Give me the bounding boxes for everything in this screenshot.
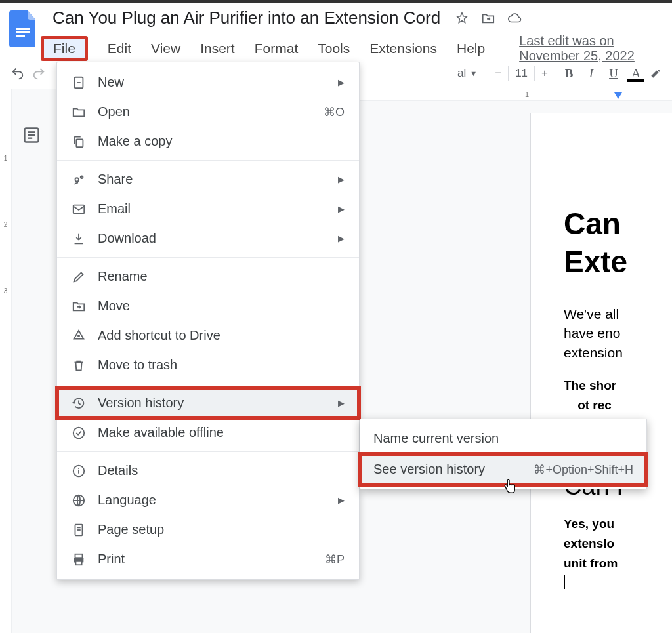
menu-edit[interactable]: Edit xyxy=(108,38,131,59)
submenu-arrow-icon: ▶ xyxy=(338,495,345,505)
email-icon xyxy=(72,202,86,216)
menu-insert[interactable]: Insert xyxy=(200,38,235,59)
menu-view[interactable]: View xyxy=(151,38,180,59)
paragraph-style-dropdown[interactable]: al ▼ xyxy=(452,64,482,83)
menu-item-page-setup[interactable]: Page setup xyxy=(57,515,359,544)
menu-item-add-shortcut[interactable]: Add shortcut to Drive xyxy=(57,321,359,350)
indent-marker-icon[interactable] xyxy=(614,92,622,99)
font-size-value[interactable]: 11 xyxy=(509,66,535,81)
drive-shortcut-icon xyxy=(72,329,86,343)
outline-panel xyxy=(12,89,51,633)
cloud-status-icon[interactable] xyxy=(507,11,522,26)
redo-icon[interactable] xyxy=(32,66,46,81)
menu-extensions[interactable]: Extensions xyxy=(369,38,437,59)
highlight-icon[interactable] xyxy=(650,68,662,79)
svg-point-13 xyxy=(74,427,85,438)
menu-separator xyxy=(57,384,359,384)
svg-rect-0 xyxy=(16,28,30,30)
history-icon xyxy=(72,396,86,411)
font-size-increase[interactable]: + xyxy=(535,66,555,81)
svg-rect-23 xyxy=(75,560,81,564)
pointer-cursor-icon xyxy=(502,479,516,496)
svg-point-10 xyxy=(75,178,79,182)
app-header: Can You Plug an Air Purifier into an Ext… xyxy=(0,3,672,58)
menu-separator xyxy=(57,451,359,452)
svg-rect-2 xyxy=(16,35,25,37)
menu-item-language[interactable]: Language ▶ xyxy=(57,485,359,515)
rename-icon xyxy=(72,270,86,284)
download-icon xyxy=(72,232,86,246)
shortcut-label: ⌘+Option+Shift+H xyxy=(534,462,633,477)
svg-point-16 xyxy=(78,468,79,469)
undo-icon[interactable] xyxy=(10,66,25,81)
menu-separator xyxy=(57,160,359,161)
svg-rect-1 xyxy=(16,31,30,33)
menu-item-details[interactable]: Details xyxy=(57,456,359,485)
docs-logo-icon xyxy=(9,10,38,47)
submenu-arrow-icon: ▶ xyxy=(338,174,345,184)
shortcut-label: ⌘O xyxy=(324,105,345,119)
file-dropdown-menu: New ▶ Open ⌘O Make a copy Share ▶ Email … xyxy=(56,62,360,580)
menu-item-email[interactable]: Email ▶ xyxy=(57,194,359,224)
menu-item-offline[interactable]: Make available offline xyxy=(57,418,359,447)
bold-button[interactable]: B xyxy=(560,66,578,81)
menu-item-print[interactable]: Print ⌘P xyxy=(57,544,359,574)
offline-icon xyxy=(72,426,86,440)
menu-item-open[interactable]: Open ⌘O xyxy=(57,97,359,127)
menu-item-move[interactable]: Move xyxy=(57,291,359,321)
font-size-decrease[interactable]: − xyxy=(488,66,509,81)
last-edit-link[interactable]: Last edit was on November 25, 2022 xyxy=(519,33,663,64)
copy-icon xyxy=(72,134,86,149)
svg-rect-21 xyxy=(75,554,83,558)
menu-item-share[interactable]: Share ▶ xyxy=(57,165,359,194)
underline-button[interactable]: U xyxy=(605,66,622,81)
globe-icon xyxy=(72,493,86,508)
menu-bar: File Edit View Insert Format Tools Exten… xyxy=(50,33,663,64)
submenu-arrow-icon: ▶ xyxy=(338,234,345,243)
shortcut-label: ⌘P xyxy=(325,552,345,567)
font-size-control[interactable]: − 11 + xyxy=(488,64,555,83)
page-setup-icon xyxy=(72,523,86,537)
menu-item-make-copy[interactable]: Make a copy xyxy=(57,127,359,156)
move-folder-icon[interactable] xyxy=(481,11,495,26)
star-icon[interactable] xyxy=(455,11,469,26)
doc-paragraph: Yes, you extensio unit from xyxy=(564,514,672,591)
doc-paragraph: We've all have eno extension xyxy=(564,304,672,362)
menu-tools[interactable]: Tools xyxy=(318,38,350,59)
document-page[interactable]: Can Exte We've all have eno extension Th… xyxy=(530,113,672,633)
svg-rect-9 xyxy=(76,139,83,147)
menu-separator xyxy=(57,257,359,258)
menu-item-new[interactable]: New ▶ xyxy=(57,68,359,97)
vertical-ruler: 1 2 3 xyxy=(0,89,12,633)
outline-icon[interactable] xyxy=(22,126,41,144)
menu-help[interactable]: Help xyxy=(457,38,485,59)
submenu-arrow-icon: ▶ xyxy=(338,398,345,408)
info-icon xyxy=(72,464,86,478)
menu-format[interactable]: Format xyxy=(255,38,299,59)
submenu-arrow-icon: ▶ xyxy=(338,204,345,214)
menu-file[interactable]: File xyxy=(41,36,88,61)
menu-item-version-history[interactable]: Version history ▶ xyxy=(57,388,359,418)
print-icon xyxy=(72,552,86,567)
submenu-name-current-version[interactable]: Name current version xyxy=(360,423,646,454)
trash-icon xyxy=(72,358,86,373)
new-doc-icon xyxy=(72,75,86,90)
text-caret xyxy=(564,575,565,589)
italic-button[interactable]: I xyxy=(583,66,600,81)
move-icon xyxy=(72,299,86,314)
text-color-button[interactable]: A xyxy=(627,66,644,81)
menu-item-download[interactable]: Download ▶ xyxy=(57,224,359,253)
style-selected-tail: al xyxy=(457,67,466,80)
menu-item-trash[interactable]: Move to trash xyxy=(57,350,359,380)
submenu-arrow-icon: ▶ xyxy=(338,77,345,87)
chevron-down-icon: ▼ xyxy=(470,70,477,77)
folder-icon xyxy=(72,105,86,119)
menu-item-rename[interactable]: Rename xyxy=(57,262,359,291)
doc-heading-1: Can Exte xyxy=(564,205,672,281)
share-icon xyxy=(72,173,86,187)
document-title[interactable]: Can You Plug an Air Purifier into an Ext… xyxy=(50,7,443,30)
